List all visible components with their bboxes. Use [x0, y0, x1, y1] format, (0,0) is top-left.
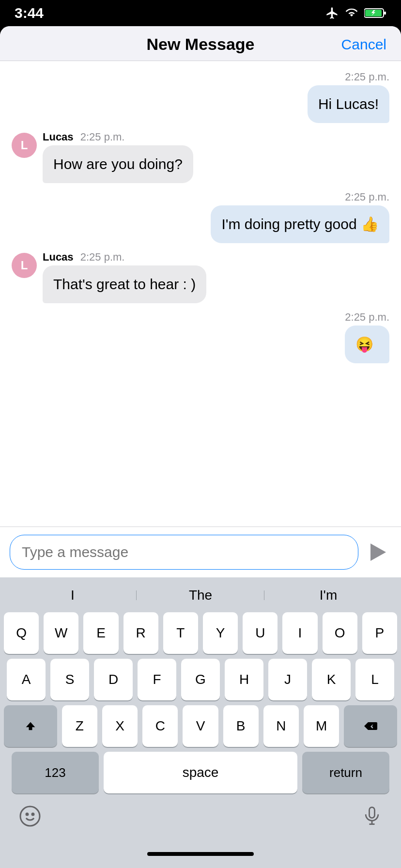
- key-s[interactable]: S: [50, 659, 89, 700]
- svg-point-4: [26, 813, 28, 815]
- message-input[interactable]: [10, 535, 358, 570]
- keyboard-row-4: 123 space return: [4, 752, 397, 793]
- message-text: That's great to hear : ): [53, 276, 196, 292]
- message-row: 2:25 p.m. 😝: [12, 311, 389, 363]
- sent-bubble-wrapper: 2:25 p.m. I'm doing pretty good 👍: [211, 191, 389, 243]
- header-title: New Message: [147, 35, 255, 54]
- message-text: Hi Lucas!: [318, 96, 379, 112]
- home-indicator: [0, 845, 401, 868]
- message-meta: 2:25 p.m.: [211, 191, 389, 203]
- key-k[interactable]: K: [312, 659, 351, 700]
- key-c[interactable]: C: [142, 705, 178, 747]
- send-icon: [370, 543, 386, 561]
- space-key[interactable]: space: [104, 752, 297, 793]
- message-meta: Lucas 2:25 p.m.: [43, 251, 206, 264]
- backspace-key[interactable]: [344, 705, 397, 747]
- header: New Message Cancel: [0, 26, 401, 61]
- status-time: 3:44: [15, 5, 44, 21]
- message-row: L Lucas 2:25 p.m. How are you doing?: [12, 131, 389, 183]
- emoji-button[interactable]: [18, 805, 42, 829]
- message-row: 2:25 p.m. I'm doing pretty good 👍: [12, 191, 389, 243]
- keyboard-row-2: A S D F G H J K L: [4, 659, 397, 700]
- message-bubble: How are you doing?: [43, 145, 193, 183]
- sender-name: Lucas: [43, 131, 74, 143]
- key-v[interactable]: V: [183, 705, 218, 747]
- autocomplete-word-3[interactable]: I'm: [264, 588, 392, 603]
- message-input-area: [0, 527, 401, 577]
- return-key[interactable]: return: [302, 752, 389, 793]
- svg-point-5: [32, 813, 34, 815]
- app-container: New Message Cancel 2:25 p.m. Hi Lucas! L…: [0, 26, 401, 868]
- message-text: 😝: [355, 336, 373, 352]
- key-b[interactable]: B: [223, 705, 259, 747]
- autocomplete-word-2[interactable]: The: [137, 588, 264, 603]
- autocomplete-word-1[interactable]: I: [9, 588, 137, 603]
- key-r[interactable]: R: [123, 612, 158, 654]
- message-time: 2:25 p.m.: [80, 131, 125, 143]
- key-w[interactable]: W: [44, 612, 78, 654]
- key-z[interactable]: Z: [62, 705, 97, 747]
- emoji-icon: [18, 805, 42, 828]
- keyboard-bottom-bar: [4, 798, 397, 845]
- message-time: 2:25 p.m.: [80, 251, 125, 263]
- cancel-button[interactable]: Cancel: [341, 36, 386, 53]
- message-meta: Lucas 2:25 p.m.: [43, 131, 193, 143]
- key-i[interactable]: I: [282, 612, 317, 654]
- key-l[interactable]: L: [355, 659, 394, 700]
- message-bubble: That's great to hear : ): [43, 265, 206, 303]
- received-bubble-wrapper: Lucas 2:25 p.m. How are you doing?: [43, 131, 193, 183]
- keyboard-row-1: Q W E R T Y U I O P: [4, 612, 397, 654]
- message-meta: 2:25 p.m.: [345, 311, 389, 324]
- message-text: How are you doing?: [53, 156, 183, 172]
- avatar: L: [12, 133, 37, 158]
- chat-area: 2:25 p.m. Hi Lucas! L Lucas 2:25 p.m. Ho…: [0, 61, 401, 527]
- shift-icon: [24, 719, 37, 733]
- keyboard-row-3: Z X C V B N M: [4, 705, 397, 747]
- message-meta: 2:25 p.m.: [308, 71, 389, 83]
- key-u[interactable]: U: [243, 612, 278, 654]
- sender-name: Lucas: [43, 251, 74, 263]
- key-t[interactable]: T: [163, 612, 198, 654]
- key-h[interactable]: H: [225, 659, 263, 700]
- message-row: 2:25 p.m. Hi Lucas!: [12, 71, 389, 123]
- backspace-icon: [363, 720, 378, 732]
- received-bubble-wrapper: Lucas 2:25 p.m. That's great to hear : ): [43, 251, 206, 303]
- shift-key[interactable]: [4, 705, 57, 747]
- key-e[interactable]: E: [83, 612, 118, 654]
- keyboard: I The I'm Q W E R T Y U I O P A S D F G …: [0, 577, 401, 845]
- key-m[interactable]: M: [304, 705, 339, 747]
- status-bar: 3:44: [0, 0, 401, 26]
- numbers-key[interactable]: 123: [12, 752, 99, 793]
- svg-rect-6: [370, 807, 375, 818]
- key-p[interactable]: P: [362, 612, 397, 654]
- send-button[interactable]: [365, 539, 391, 565]
- sent-bubble-wrapper: 2:25 p.m. Hi Lucas!: [308, 71, 389, 123]
- message-time: 2:25 p.m.: [345, 191, 389, 203]
- message-time: 2:25 p.m.: [345, 71, 389, 83]
- key-d[interactable]: D: [94, 659, 133, 700]
- autocomplete-row: I The I'm: [4, 583, 397, 612]
- home-bar: [147, 852, 254, 856]
- key-y[interactable]: Y: [203, 612, 238, 654]
- avatar: L: [12, 253, 37, 278]
- mic-button[interactable]: [361, 805, 383, 829]
- message-bubble: I'm doing pretty good 👍: [211, 205, 389, 243]
- key-o[interactable]: O: [323, 612, 357, 654]
- key-x[interactable]: X: [102, 705, 138, 747]
- svg-rect-1: [384, 12, 386, 15]
- key-q[interactable]: Q: [4, 612, 39, 654]
- status-icons: [325, 6, 386, 20]
- message-bubble: Hi Lucas!: [308, 85, 389, 123]
- key-f[interactable]: F: [138, 659, 176, 700]
- wifi-icon: [344, 6, 359, 20]
- key-n[interactable]: N: [263, 705, 299, 747]
- message-text: I'm doing pretty good 👍: [221, 216, 379, 232]
- key-j[interactable]: J: [268, 659, 307, 700]
- key-g[interactable]: G: [181, 659, 220, 700]
- message-row: L Lucas 2:25 p.m. That's great to hear :…: [12, 251, 389, 303]
- svg-point-3: [20, 806, 40, 826]
- mic-icon: [361, 805, 383, 828]
- message-time: 2:25 p.m.: [345, 311, 389, 323]
- key-a[interactable]: A: [7, 659, 46, 700]
- sent-bubble-wrapper: 2:25 p.m. 😝: [345, 311, 389, 363]
